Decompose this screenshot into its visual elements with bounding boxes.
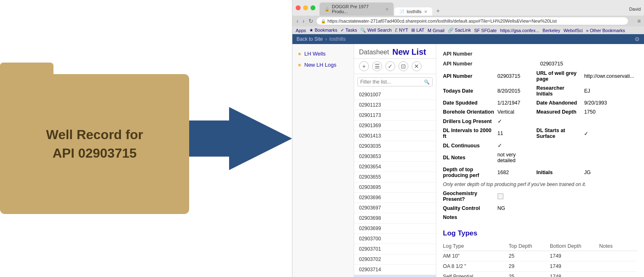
list-item[interactable]: 02903696 [354, 193, 436, 203]
list-item[interactable]: 02903035 [354, 141, 436, 151]
col-notes: Notes [599, 242, 637, 251]
list-item[interactable]: 02903700 [354, 234, 436, 244]
star-icon-2: ★ [297, 62, 302, 68]
list-item[interactable]: 02903697 [354, 203, 436, 213]
bookmark-nyt[interactable]: ℰ NYT [395, 28, 408, 33]
log-type-cell-1: OA 8 1/2 " [443, 261, 509, 272]
log-top-cell-1: 29 [509, 261, 550, 272]
url-value: http://owr.conservati... [581, 69, 637, 84]
dl-continuous-label: DL Continuous [443, 141, 494, 150]
log-bottom-cell-2: 1748 [550, 272, 599, 277]
toolbar-list-btn[interactable]: ☰ [372, 61, 382, 71]
researcher-initials-label: Researcher Initials [536, 84, 581, 98]
log-notes-cell-2 [599, 272, 637, 277]
toolbar-add-btn[interactable]: + [359, 61, 369, 71]
tab2-favicon: 📄 [399, 9, 404, 14]
list-item[interactable]: 02903701 [354, 244, 436, 254]
bookmark-other[interactable]: » Other Bookmarks [586, 28, 625, 33]
bookmark-berkeley[interactable]: Berkeley [542, 28, 560, 33]
close-button[interactable] [296, 5, 301, 10]
log-type-row: AM 10" 25 1749 [443, 251, 637, 261]
api-label: API Number [443, 69, 494, 84]
address-bar[interactable]: 🔒 https://sacstatewater-271af07ad400cd.s… [317, 17, 628, 25]
folder-illustration: Well Record for API 02903715 [0, 63, 292, 215]
site-nav: Back to Site › losthills ⚙ [292, 34, 644, 44]
list-item[interactable]: 02903698 [354, 213, 436, 223]
bookmark-gsa[interactable]: https://gsa.confex... [500, 28, 539, 33]
search-input[interactable] [360, 79, 424, 85]
list-item[interactable]: 02901369 [354, 121, 436, 131]
breadcrumb: losthills [329, 36, 345, 42]
bookmark-gmail[interactable]: M Gmail [428, 28, 445, 33]
toolbar-close-btn[interactable]: ✕ [412, 61, 422, 71]
toolbar-grid-btn[interactable]: ⊡ [398, 61, 408, 71]
drillers-log-label: Drillers Log Present [443, 116, 494, 126]
list-item[interactable]: 02901413 [354, 131, 436, 141]
tab2-close[interactable]: ✕ [424, 9, 427, 14]
refresh-button[interactable]: ↻ [308, 18, 314, 24]
date-abandoned-label: Date Abandoned [536, 98, 581, 107]
measured-depth-value: 1750 [581, 107, 637, 116]
bookmark-sfgate[interactable]: SF SFGate [474, 28, 497, 33]
folder-line1: Well Record for [46, 126, 143, 144]
left-panel: Well Record for API 02903715 [0, 0, 292, 277]
browser-tab-2[interactable]: 📄 losthills ✕ [394, 7, 432, 16]
sidebar-item-lh-wells[interactable]: ★ LH Wells [292, 48, 354, 59]
log-type-row: OA 8 1/2 " 29 1749 [443, 261, 637, 272]
back-button[interactable]: ‹ [296, 18, 299, 24]
geochemistry-label: Geochemistry Present? [443, 189, 494, 204]
dl-notes-label: DL Notes [443, 150, 494, 165]
list-item[interactable]: 02901173 [354, 110, 436, 121]
bookmark-star[interactable]: ☆ [630, 18, 635, 24]
todays-date-label: Todays Date [443, 84, 494, 98]
borehole-value: Vertical [494, 107, 537, 116]
bookmark-well-search[interactable]: 🔍 Well Search [360, 28, 391, 33]
browser-chrome: 🔒 DOGGR Pre 1977 Produ... ✕ 📄 losthills … [292, 0, 644, 16]
maximize-button[interactable] [310, 5, 315, 10]
forward-button[interactable]: › [302, 18, 306, 24]
menu-icon[interactable]: ≡ [637, 18, 641, 24]
list-item[interactable]: 02901123 [354, 100, 436, 110]
settings-icon[interactable]: ⚙ [635, 36, 640, 42]
browser-tab-1[interactable]: 🔒 DOGGR Pre 1977 Produ... ✕ [320, 2, 394, 16]
list-item[interactable]: 02903714 [354, 265, 436, 275]
folder: Well Record for API 02903715 [0, 63, 105, 215]
toolbar-check-btn[interactable]: ✓ [385, 61, 395, 71]
list-item[interactable]: 02901007 [354, 90, 436, 100]
log-types-table: Log Type Top Depth Bottom Depth Notes AM… [443, 242, 637, 277]
tab1-close[interactable]: ✕ [385, 7, 389, 12]
drillers-log-value: ✓ [494, 116, 537, 126]
bookmark-lat[interactable]: ⊞ LAT [411, 28, 424, 33]
folder-label: Well Record for API 02903715 [46, 126, 143, 163]
list-item[interactable]: 02903715 [354, 275, 436, 277]
detail-table: API Number 02903715 URL of well grey pag… [443, 69, 637, 222]
bookmark-saclink[interactable]: 🔗 SacLink [448, 28, 471, 33]
back-to-site[interactable]: Back to Site [297, 36, 323, 42]
log-notes-cell-0 [599, 251, 637, 261]
notes-value [494, 213, 537, 222]
bookmark-webofSci[interactable]: WebofSci [563, 28, 583, 33]
bookmark-apps[interactable]: Apps [296, 28, 306, 33]
list-item[interactable]: 02903699 [354, 223, 436, 234]
list-search[interactable]: 🔍 [357, 77, 433, 86]
list-item[interactable]: 02903702 [354, 254, 436, 265]
log-bottom-cell-1: 1749 [550, 261, 599, 272]
geochemistry-value [494, 189, 537, 204]
list-item[interactable]: 02903653 [354, 151, 436, 162]
log-type-cell-2: Self Potential [443, 272, 509, 277]
list-item[interactable]: 02903695 [354, 182, 436, 193]
dl-continuous-value: ✓ [494, 141, 537, 150]
breadcrumb-separator: › [325, 36, 327, 42]
minimize-button[interactable] [303, 5, 308, 10]
list-item[interactable]: 02903655 [354, 172, 436, 182]
bookmark-bookmarks[interactable]: ★ Bookmarks [309, 28, 337, 33]
sidebar-item-new-lh-logs[interactable]: ★ New LH Logs [292, 59, 354, 70]
new-tab-button[interactable]: + [433, 6, 443, 16]
datasheet-label: Datasheet [359, 49, 389, 56]
measured-depth-label: Measured Depth [536, 107, 581, 116]
bookmark-tasks[interactable]: ✓ Tasks [341, 28, 357, 33]
log-type-cell-0: AM 10" [443, 251, 509, 261]
list-item[interactable]: 02903654 [354, 162, 436, 172]
list-scroll-container[interactable]: 0290100702901123029011730290136902901413… [354, 90, 436, 277]
api-number-label2: API Number [443, 59, 540, 69]
